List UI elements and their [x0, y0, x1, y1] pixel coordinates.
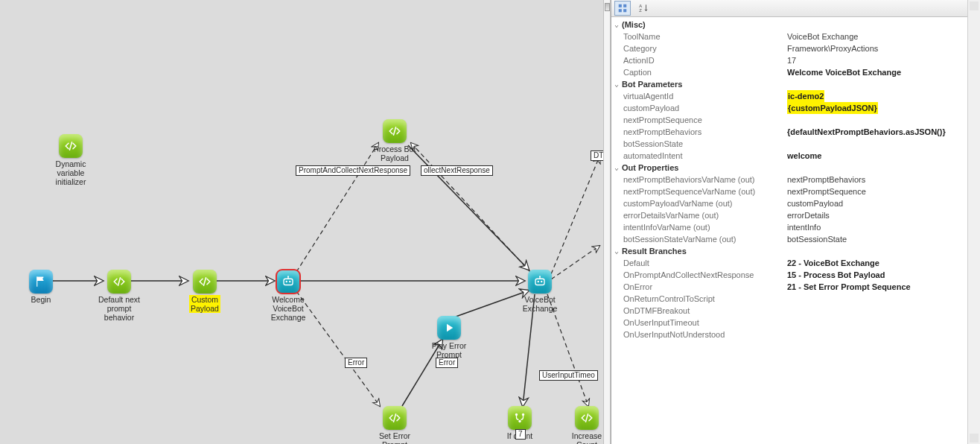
properties-table[interactable]: ⌄(Misc)ToolNameVoiceBot ExchangeCategory… [611, 17, 980, 444]
property-row[interactable]: customPayloadVarName (out)customPayload [611, 197, 980, 209]
property-key: nextPromptSequenceVarName (out) [622, 185, 787, 197]
categorized-button[interactable] [614, 1, 631, 16]
node-label: VoiceBotExchange [514, 295, 566, 313]
property-value[interactable]: {customPayloadJSON} [787, 102, 878, 114]
chevron-down-icon[interactable]: ⌄ [611, 78, 622, 90]
property-group[interactable]: ⌄(Misc) [611, 19, 980, 31]
property-key: ToolName [622, 31, 787, 42]
property-row[interactable]: OnDTMFBreakout [611, 305, 980, 317]
property-value[interactable]: Framework\ProxyActions [787, 44, 878, 53]
svg-point-21 [539, 276, 541, 277]
property-row[interactable]: botSessionState [611, 138, 980, 150]
property-key: Category [622, 42, 787, 54]
node-default-next-prompt[interactable]: Default nextpromptbehavior [93, 270, 145, 322]
node-dynamic-var-init[interactable]: Dynamicvariableinitializer [45, 134, 97, 186]
property-key: customPayload [622, 102, 787, 114]
property-value[interactable]: VoiceBot Exchange [787, 32, 858, 41]
edge-label-error-1: Error [345, 358, 367, 368]
property-row[interactable]: Default22 - VoiceBot Exchange [611, 257, 980, 269]
property-key: botSessionState [622, 138, 787, 150]
property-key: ActionID [622, 54, 787, 66]
property-group[interactable]: ⌄Out Properties [611, 162, 980, 174]
svg-point-15 [286, 281, 287, 282]
property-row[interactable]: ToolNameVoiceBot Exchange [611, 31, 980, 42]
property-value[interactable]: 22 - VoiceBot Exchange [787, 259, 879, 267]
property-value[interactable]: 17 [787, 56, 796, 65]
property-row[interactable]: OnError21 - Set Error Prompt Sequence [611, 281, 980, 293]
property-key: automatedIntent [622, 150, 787, 162]
property-row[interactable]: virtualAgentIdic-demo2 [611, 90, 980, 102]
svg-rect-27 [619, 9, 622, 12]
property-group[interactable]: ⌄Bot Parameters [611, 78, 980, 90]
property-value[interactable]: ic-demo2 [787, 90, 824, 102]
node-increase-count[interactable]: IncreaseCount [566, 406, 603, 444]
bot-icon [276, 270, 300, 294]
property-row[interactable]: OnUserInputTimeout [611, 317, 980, 329]
property-value[interactable]: welcome [787, 151, 821, 160]
property-value[interactable]: Welcome VoiceBot Exchange [787, 68, 901, 77]
property-value[interactable]: 21 - Set Error Prompt Sequence [787, 282, 911, 291]
play-icon [437, 316, 461, 340]
node-label: Set ErrorPromptSequence [369, 431, 421, 444]
chevron-down-icon[interactable]: ⌄ [611, 162, 622, 174]
property-row[interactable]: intentInfoVarName (out)intentInfo [611, 221, 980, 233]
node-voicebot-exchange[interactable]: VoiceBotExchange [514, 270, 566, 313]
property-row[interactable]: errorDetailsVarName (out)errorDetails [611, 209, 980, 221]
property-row[interactable]: ActionID17 [611, 54, 980, 66]
property-value[interactable]: nextPromptSequence [787, 187, 866, 196]
property-row[interactable]: nextPromptBehaviorsVarName (out)nextProm… [611, 174, 980, 185]
property-row[interactable]: CategoryFramework\ProxyActions [611, 42, 980, 54]
node-label: Play ErrorPrompt [423, 341, 475, 359]
property-key: Caption [622, 66, 787, 78]
node-begin[interactable]: Begin [15, 270, 67, 304]
svg-point-19 [538, 281, 539, 282]
property-row[interactable]: CaptionWelcome VoiceBot Exchange [611, 66, 980, 78]
property-row[interactable]: OnUserInputNotUnderstood [611, 329, 980, 340]
svg-point-23 [522, 413, 524, 416]
property-key: OnPromptAndCollectNextResponse [622, 269, 787, 281]
property-key: customPayloadVarName (out) [622, 197, 787, 209]
property-row[interactable]: nextPromptSequence [611, 114, 980, 126]
node-process-bot-payload[interactable]: Process BotPayload [369, 119, 421, 162]
node-welcome-voicebot-exchange[interactable]: WelcomeVoiceBotExchange [262, 270, 314, 322]
node-play-error-prompt[interactable]: Play ErrorPrompt [423, 316, 475, 359]
alpha-sort-button[interactable]: AZ [635, 1, 652, 16]
svg-rect-26 [623, 4, 626, 7]
property-row[interactable]: nextPromptBehaviors{defaultNextPromptBeh… [611, 126, 980, 138]
property-row[interactable]: OnPromptAndCollectNextResponse15 - Proce… [611, 269, 980, 281]
svg-rect-28 [623, 9, 626, 12]
property-value[interactable]: {defaultNextPromptBehaviors.asJSON()} [787, 127, 946, 136]
chevron-down-icon[interactable]: ⌄ [611, 245, 622, 257]
svg-text:A: A [639, 4, 642, 8]
property-group-label: (Misc) [622, 19, 646, 31]
property-row[interactable]: OnReturnControlToScript [611, 293, 980, 305]
property-group-label: Out Properties [622, 162, 678, 174]
property-row[interactable]: botSessionStateVarName (out)botSessionSt… [611, 233, 980, 245]
code-icon [193, 270, 217, 294]
node-set-error-prompt-seq[interactable]: Set ErrorPromptSequence [369, 406, 421, 444]
property-key: OnError [622, 281, 787, 293]
property-value[interactable]: customPayload [787, 199, 843, 208]
splitter[interactable] [603, 0, 611, 444]
svg-rect-25 [619, 4, 622, 7]
property-value[interactable]: intentInfo [787, 223, 821, 232]
node-custom-payload[interactable]: CustomPayload [179, 270, 231, 313]
node-label: WelcomeVoiceBotExchange [262, 295, 314, 322]
scrollbar[interactable] [967, 0, 980, 444]
svg-point-20 [541, 281, 542, 282]
property-row[interactable]: customPayload{customPayloadJSON} [611, 102, 980, 114]
chevron-down-icon[interactable]: ⌄ [611, 19, 622, 31]
property-group[interactable]: ⌄Result Branches [611, 245, 980, 257]
property-key: virtualAgentId [622, 90, 787, 102]
svg-line-8 [411, 143, 530, 272]
property-row[interactable]: automatedIntentwelcome [611, 150, 980, 162]
flow-canvas[interactable]: Begin Dynamicvariableinitializer Default… [0, 0, 603, 444]
property-row[interactable]: nextPromptSequenceVarName (out)nextPromp… [611, 185, 980, 197]
property-value[interactable]: errorDetails [787, 211, 830, 220]
node-label: Dynamicvariableinitializer [45, 159, 97, 186]
property-key: OnReturnControlToScript [622, 293, 787, 305]
property-value[interactable]: botSessionState [787, 235, 847, 244]
property-value[interactable]: 15 - Process Bot Payload [787, 270, 885, 279]
edge-label-prompt-collect: PromptAndCollectNextResponse [296, 165, 410, 176]
property-value[interactable]: nextPromptBehaviors [787, 175, 865, 184]
